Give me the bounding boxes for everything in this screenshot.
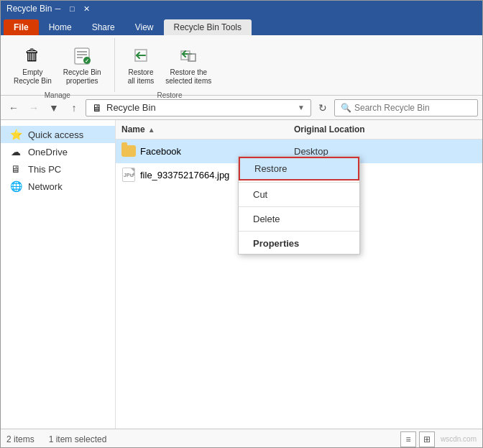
tiles-view-button[interactable]: ⊞ (419, 431, 435, 447)
forward-button[interactable]: → (25, 99, 42, 116)
address-box[interactable]: 🖥 Recycle Bin ▼ (86, 99, 311, 116)
status-bar: 2 items 1 item selected ≡ ⊞ wscdn.com (1, 429, 482, 448)
search-icon: 🔍 (341, 103, 351, 113)
search-input[interactable] (354, 103, 472, 113)
jpg-icon: JPG (121, 168, 136, 182)
details-view-button[interactable]: ≡ (400, 431, 416, 447)
main-area: ⭐ Quick access ☁ OneDrive 🖥 This PC 🌐 Ne… (1, 120, 482, 429)
file-list: Name ▲ Original Location Facebook Deskto… (116, 120, 482, 429)
context-menu-item-restore[interactable]: Restore (239, 157, 359, 180)
ribbon-group-manage: 🗑 EmptyRecycle Bin ✓ Recycle Binproperti… (1, 38, 115, 92)
address-location-icon: 🖥 (92, 102, 102, 114)
sidebar-item-label-this-pc: This PC (28, 164, 61, 175)
restore-selected-label: Restore theselected items (165, 68, 211, 86)
empty-recycle-bin-button[interactable]: 🗑 EmptyRecycle Bin (9, 41, 56, 88)
back-button[interactable]: ← (5, 99, 22, 116)
recycle-bin-properties-button[interactable]: ✓ Recycle Binproperties (59, 41, 106, 88)
file-name-jpg: file_93375217664.jpg (140, 170, 229, 180)
restore-group-label: Restore (157, 88, 182, 99)
ribbon-restore-buttons: Restoreall items Restore theselected ite… (124, 41, 216, 88)
watermark: wscdn.com (441, 435, 477, 443)
close-button[interactable]: ✕ (80, 3, 92, 14)
restore-selected-icon (177, 44, 200, 67)
context-menu-item-delete[interactable]: Delete (239, 209, 359, 229)
tab-share[interactable]: Share (82, 19, 125, 35)
ribbon: 🗑 EmptyRecycle Bin ✓ Recycle Binproperti… (1, 35, 482, 96)
tab-home[interactable]: Home (39, 19, 82, 35)
selected-count: 1 item selected (49, 434, 107, 444)
search-box[interactable]: 🔍 (334, 99, 478, 116)
empty-recycle-bin-label: EmptyRecycle Bin (14, 68, 52, 86)
sidebar: ⭐ Quick access ☁ OneDrive 🖥 This PC 🌐 Ne… (1, 120, 116, 429)
context-menu-item-properties[interactable]: Properties (239, 233, 359, 254)
up-button[interactable]: ↑ (65, 99, 83, 116)
context-menu-separator-3 (239, 231, 359, 232)
refresh-button[interactable]: ↻ (314, 99, 331, 116)
ribbon-group-restore: Restoreall items Restore theselected ite… (115, 38, 225, 92)
ribbon-manage-buttons: 🗑 EmptyRecycle Bin ✓ Recycle Binproperti… (9, 41, 106, 88)
recent-locations-button[interactable]: ▼ (45, 99, 63, 116)
restore-all-items-button[interactable]: Restoreall items (124, 41, 159, 88)
maximize-button[interactable]: □ (66, 3, 78, 14)
tab-view[interactable]: View (125, 19, 164, 35)
restore-all-icon (129, 44, 152, 67)
quick-access-icon: ⭐ (9, 129, 22, 140)
sidebar-item-label-onedrive: OneDrive (28, 147, 68, 157)
context-menu-item-cut[interactable]: Cut (239, 184, 359, 205)
sidebar-item-quick-access[interactable]: ⭐ Quick access (1, 126, 115, 143)
restore-all-items-label: Restoreall items (128, 68, 155, 86)
tab-file[interactable]: File (4, 19, 39, 35)
status-right: ≡ ⊞ wscdn.com (400, 431, 477, 447)
this-pc-icon: 🖥 (9, 163, 22, 175)
title-bar: Recycle Bin ─ □ ✕ (1, 1, 482, 17)
minimize-button[interactable]: ─ (52, 3, 63, 14)
address-dropdown-arrow[interactable]: ▼ (298, 104, 305, 111)
restore-selected-button[interactable]: Restore theselected items (161, 41, 216, 88)
sidebar-item-label-network: Network (28, 181, 63, 192)
sort-arrow-name: ▲ (148, 126, 155, 134)
file-name-facebook: Facebook (140, 146, 181, 157)
properties-icon: ✓ (70, 44, 93, 67)
manage-group-label: Manage (45, 88, 70, 99)
file-list-header: Name ▲ Original Location (116, 120, 482, 140)
address-text: Recycle Bin (106, 102, 293, 113)
context-menu-separator (239, 182, 359, 183)
recycle-bin-properties-label: Recycle Binproperties (63, 68, 101, 86)
item-count: 2 items (6, 434, 34, 444)
network-icon: 🌐 (9, 180, 22, 192)
tab-recycle-bin-tools[interactable]: Recycle Bin Tools (164, 19, 252, 35)
empty-recycle-bin-icon: 🗑 (21, 44, 44, 67)
onedrive-icon: ☁ (9, 146, 22, 157)
folder-icon (121, 144, 136, 158)
title-bar-controls: ─ □ ✕ (52, 3, 92, 14)
sidebar-item-onedrive[interactable]: ☁ OneDrive (1, 143, 115, 160)
sidebar-item-label-quick-access: Quick access (28, 129, 83, 140)
svg-text:✓: ✓ (85, 58, 89, 63)
sidebar-item-this-pc[interactable]: 🖥 This PC (1, 160, 115, 178)
context-menu: Restore Cut Delete Properties (238, 156, 360, 255)
column-original-location[interactable]: Original Location (288, 123, 482, 136)
ribbon-tabs: File Home Share View Recycle Bin Tools (1, 17, 482, 35)
context-menu-separator-2 (239, 206, 359, 207)
column-name[interactable]: Name ▲ (116, 123, 288, 136)
sidebar-item-network[interactable]: 🌐 Network (1, 178, 115, 195)
address-bar: ← → ▼ ↑ 🖥 Recycle Bin ▼ ↻ 🔍 (1, 96, 482, 120)
title-bar-title: Recycle Bin (6, 4, 52, 14)
